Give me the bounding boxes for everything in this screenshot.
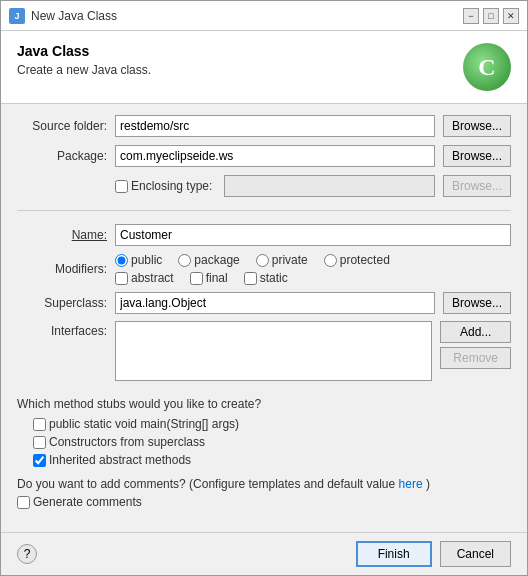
- add-interface-button[interactable]: Add...: [440, 321, 511, 343]
- stubs-section: Which method stubs would you like to cre…: [1, 391, 527, 473]
- close-button[interactable]: ✕: [503, 8, 519, 24]
- form-content: Source folder: Browse... Package: Browse…: [1, 104, 527, 532]
- source-folder-input[interactable]: [115, 115, 435, 137]
- stub-inherited-label: Inherited abstract methods: [49, 453, 191, 467]
- superclass-input[interactable]: [115, 292, 435, 314]
- interfaces-textarea[interactable]: [115, 321, 432, 381]
- name-input[interactable]: [115, 224, 511, 246]
- enclosing-type-checkbox-label: Enclosing type:: [131, 179, 212, 193]
- name-row: Name:: [17, 223, 511, 247]
- source-folder-label: Source folder:: [17, 119, 107, 133]
- java-icon: J: [9, 8, 25, 24]
- comments-section: Do you want to add comments? (Configure …: [1, 473, 527, 513]
- modifier-private-label: private: [272, 253, 308, 267]
- modifier-final-label: final: [206, 271, 228, 285]
- superclass-browse-button[interactable]: Browse...: [443, 292, 511, 314]
- comments-question-end: ): [426, 477, 430, 491]
- header-text: Java Class Create a new Java class.: [17, 43, 151, 77]
- title-bar-left: J New Java Class: [9, 8, 117, 24]
- eclipse-logo-icon: C: [463, 43, 511, 91]
- modifier-static: static: [244, 271, 288, 285]
- comments-configure-link[interactable]: here: [399, 477, 423, 491]
- generate-comments-label: Generate comments: [33, 495, 142, 509]
- divider-1: [17, 210, 511, 211]
- modifiers-checkbox-group: abstract final static: [115, 271, 390, 285]
- generate-comments-item: Generate comments: [17, 495, 511, 509]
- modifier-package-label: package: [194, 253, 239, 267]
- modifier-final-checkbox[interactable]: [190, 272, 203, 285]
- source-folder-row: Source folder: Browse...: [17, 114, 511, 138]
- stubs-question: Which method stubs would you like to cre…: [17, 397, 511, 411]
- stub-main-checkbox[interactable]: [33, 418, 46, 431]
- modifier-protected: protected: [324, 253, 390, 267]
- modifier-private: private: [256, 253, 308, 267]
- interfaces-label: Interfaces:: [17, 321, 107, 338]
- modifier-abstract: abstract: [115, 271, 174, 285]
- enclosing-type-checkbox-item: Enclosing type:: [115, 179, 212, 193]
- minimize-button[interactable]: −: [463, 8, 479, 24]
- dialog-subtext: Create a new Java class.: [17, 63, 151, 77]
- modifier-public-radio[interactable]: [115, 254, 128, 267]
- bottom-buttons: Finish Cancel: [356, 541, 511, 567]
- stub-inherited: Inherited abstract methods: [33, 453, 511, 467]
- finish-button[interactable]: Finish: [356, 541, 432, 567]
- enclosing-type-checkbox[interactable]: [115, 180, 128, 193]
- modifier-static-label: static: [260, 271, 288, 285]
- modifiers-row: Modifiers: public package pr: [17, 253, 511, 285]
- bottom-bar: ? Finish Cancel: [1, 532, 527, 575]
- remove-interface-button: Remove: [440, 347, 511, 369]
- name-label: Name:: [17, 228, 107, 242]
- modifier-private-radio[interactable]: [256, 254, 269, 267]
- modifier-final: final: [190, 271, 228, 285]
- package-browse-button[interactable]: Browse...: [443, 145, 511, 167]
- modifier-protected-label: protected: [340, 253, 390, 267]
- maximize-button[interactable]: □: [483, 8, 499, 24]
- interfaces-buttons: Add... Remove: [440, 321, 511, 369]
- stub-main-method: public static void main(String[] args): [33, 417, 511, 431]
- package-row: Package: Browse...: [17, 144, 511, 168]
- modifiers-radio-group: public package private protected: [115, 253, 390, 267]
- dialog-heading: Java Class: [17, 43, 151, 59]
- superclass-label: Superclass:: [17, 296, 107, 310]
- stubs-checkboxes: public static void main(String[] args) C…: [33, 417, 511, 467]
- stub-constructors: Constructors from superclass: [33, 435, 511, 449]
- package-input[interactable]: [115, 145, 435, 167]
- interfaces-row: Interfaces: Add... Remove: [17, 321, 511, 381]
- modifiers-label: Modifiers:: [17, 262, 107, 276]
- header-section: Java Class Create a new Java class. C: [1, 31, 527, 104]
- modifier-abstract-label: abstract: [131, 271, 174, 285]
- stub-main-label: public static void main(String[] args): [49, 417, 239, 431]
- superclass-row: Superclass: Browse...: [17, 291, 511, 315]
- title-bar: J New Java Class − □ ✕: [1, 1, 527, 31]
- new-java-class-dialog: J New Java Class − □ ✕ Java Class Create…: [0, 0, 528, 576]
- modifier-public: public: [115, 253, 162, 267]
- modifier-package: package: [178, 253, 239, 267]
- stub-inherited-checkbox[interactable]: [33, 454, 46, 467]
- comments-question: Do you want to add comments? (Configure …: [17, 477, 511, 491]
- stub-constructors-checkbox[interactable]: [33, 436, 46, 449]
- cancel-button[interactable]: Cancel: [440, 541, 511, 567]
- comments-question-text: Do you want to add comments? (Configure …: [17, 477, 395, 491]
- modifier-static-checkbox[interactable]: [244, 272, 257, 285]
- dialog-title: New Java Class: [31, 9, 117, 23]
- modifier-abstract-checkbox[interactable]: [115, 272, 128, 285]
- help-button[interactable]: ?: [17, 544, 37, 564]
- source-folder-browse-button[interactable]: Browse...: [443, 115, 511, 137]
- enclosing-type-browse-button: Browse...: [443, 175, 511, 197]
- enclosing-type-input: [224, 175, 435, 197]
- enclosing-type-row: Enclosing type: Browse...: [17, 174, 511, 198]
- package-label: Package:: [17, 149, 107, 163]
- modifier-public-label: public: [131, 253, 162, 267]
- generate-comments-checkbox[interactable]: [17, 496, 30, 509]
- modifier-package-radio[interactable]: [178, 254, 191, 267]
- modifier-protected-radio[interactable]: [324, 254, 337, 267]
- title-bar-controls: − □ ✕: [463, 8, 519, 24]
- stub-constructors-label: Constructors from superclass: [49, 435, 205, 449]
- main-form: Source folder: Browse... Package: Browse…: [1, 104, 527, 391]
